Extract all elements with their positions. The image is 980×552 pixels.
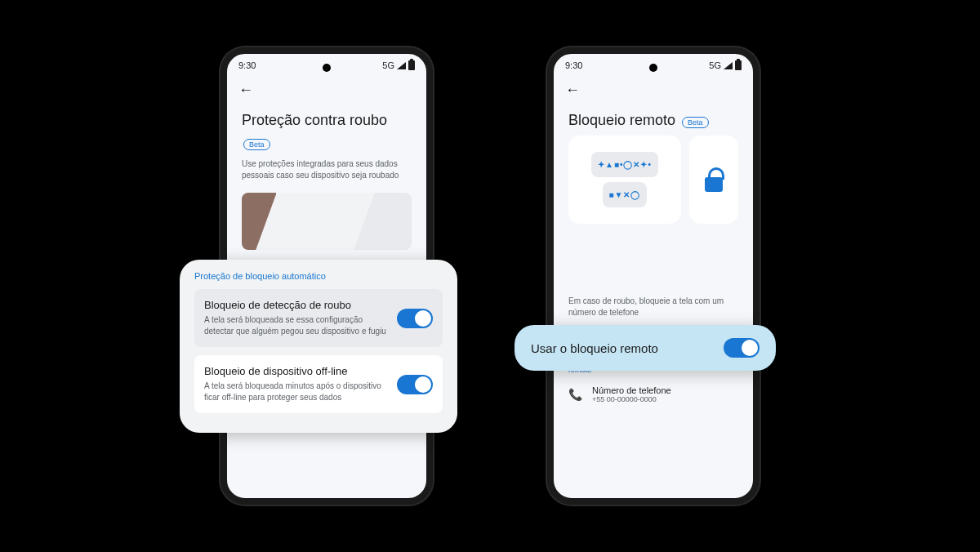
overlay-auto-lock: Proteção de bloqueio automático Bloqueio…: [180, 260, 457, 433]
page-title: Bloqueio remoto: [568, 112, 675, 129]
page-description: Use proteções integradas para seus dados…: [242, 158, 412, 181]
phone-frame: 9:30 5G ← Bloqueio remoto Beta ✦▲■•◯✕✦• …: [547, 47, 760, 505]
toggle-offline-lock[interactable]: [397, 375, 433, 394]
title-row: Bloqueio remoto Beta: [568, 112, 738, 129]
status-time: 9:30: [565, 60, 582, 70]
setting-block-text: Bloqueio de detecção de roubo A tela ser…: [204, 299, 387, 337]
setting-block-desc: A tela será bloqueada se essa configuraç…: [204, 314, 387, 337]
phone-value: +55 00-00000-0000: [592, 395, 671, 403]
battery-icon: [408, 60, 415, 70]
lock-icon: [703, 167, 724, 192]
setting-block-title: Bloqueio de detecção de roubo: [204, 299, 387, 311]
overlay-section-header: Proteção de bloqueio automático: [194, 271, 443, 281]
overlay-title: Usar o bloqueio remoto: [531, 341, 658, 355]
network-label: 5G: [382, 60, 394, 70]
camera-cutout: [649, 64, 657, 72]
battery-icon: [735, 60, 742, 70]
help-text: Em caso de roubo, bloqueie a tela com um…: [568, 296, 738, 318]
setting-block-title: Bloqueio de dispositivo off-line: [204, 365, 387, 377]
pattern-line-1: ✦▲■•◯✕✦•: [591, 152, 658, 177]
setting-offline-lock[interactable]: Bloqueio de dispositivo off-line A tela …: [194, 355, 443, 413]
setting-block-desc: A tela será bloqueada minutos após o dis…: [204, 381, 387, 403]
lock-card: [689, 136, 738, 224]
signal-icon: [724, 62, 733, 69]
overlay-row[interactable]: Usar o bloqueio remoto: [531, 338, 760, 358]
overlay-remote-lock: Usar o bloqueio remoto: [514, 325, 776, 371]
toggle-theft-detection[interactable]: [397, 309, 433, 328]
phone-text: Número de telefone +55 00-00000-0000: [592, 385, 671, 403]
status-time: 9:30: [238, 60, 256, 70]
beta-badge: Beta: [243, 139, 270, 150]
phone-right: 9:30 5G ← Bloqueio remoto Beta ✦▲■•◯✕✦• …: [547, 47, 760, 505]
phone-left: 9:30 5G ← Proteção contra roubo Beta Use…: [220, 47, 433, 505]
setting-block-text: Bloqueio de dispositivo off-line A tela …: [204, 365, 387, 403]
back-button[interactable]: ←: [227, 77, 426, 104]
phone-number-row[interactable]: 📞 Número de telefone +55 00-00000-0000: [568, 385, 738, 403]
pattern-line-2: ■▼✕◯: [603, 182, 648, 207]
phone-icon: 📞: [568, 388, 582, 401]
phone-label: Número de telefone: [592, 385, 671, 395]
status-right: 5G: [709, 60, 742, 70]
signal-icon: [397, 62, 406, 69]
card-row: ✦▲■•◯✕✦• ■▼✕◯: [568, 136, 738, 224]
status-right: 5G: [382, 60, 415, 70]
camera-cutout: [323, 64, 331, 72]
setting-theft-detection[interactable]: Bloqueio de detecção de roubo A tela ser…: [194, 289, 443, 347]
toggle-remote-lock[interactable]: [724, 338, 760, 358]
page-title: Proteção contra roubo: [242, 112, 412, 129]
back-button[interactable]: ←: [554, 77, 753, 104]
illustration: [242, 193, 412, 250]
beta-badge: Beta: [682, 117, 709, 128]
pattern-card: ✦▲■•◯✕✦• ■▼✕◯: [568, 136, 681, 224]
network-label: 5G: [709, 60, 721, 70]
